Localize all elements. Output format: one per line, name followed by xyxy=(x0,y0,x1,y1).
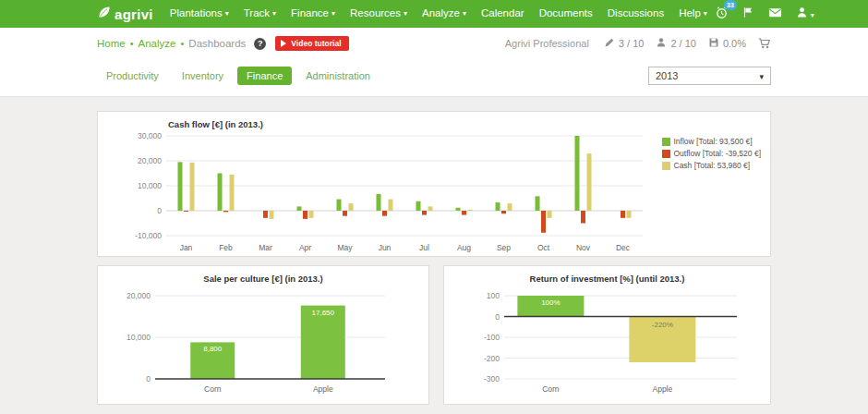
svg-text:0: 0 xyxy=(157,206,162,215)
messages-button[interactable] xyxy=(768,6,782,23)
outflow-swatch xyxy=(662,150,670,158)
main-menu: Plantations Track Finance Resources Anal… xyxy=(163,0,715,29)
svg-text:17,650: 17,650 xyxy=(312,309,335,317)
storage-usage: 0.0% xyxy=(708,37,746,50)
svg-text:0: 0 xyxy=(146,374,151,384)
svg-text:Jun: Jun xyxy=(379,243,392,252)
flags-button[interactable] xyxy=(742,6,754,22)
svg-text:10,000: 10,000 xyxy=(138,181,162,190)
tab-administration[interactable]: Administration xyxy=(296,67,380,85)
svg-text:10,000: 10,000 xyxy=(127,333,151,342)
roi-chart-title: Return of investment [%] (until 2013.) xyxy=(444,274,770,284)
cashflow-legend: Inflow [Total: 93,500 €] Outflow [Total:… xyxy=(662,137,762,173)
cashflow-panel: Cash flow [€] (in 2013.) 30,00020,00010,… xyxy=(97,111,771,257)
nav-item-help[interactable]: Help xyxy=(671,0,715,29)
cash-swatch xyxy=(662,162,670,170)
caret-down-icon xyxy=(460,7,466,18)
breadcrumb-home[interactable]: Home xyxy=(97,38,126,49)
plan-label: Agrivi Professional xyxy=(505,38,589,49)
notification-badge: 33 xyxy=(724,0,737,10)
cart-icon[interactable] xyxy=(758,37,771,50)
svg-text:-10,000: -10,000 xyxy=(135,231,162,240)
svg-text:Corn: Corn xyxy=(542,384,560,394)
breadcrumb: Home • Analyze • Dashboards Video tutori… xyxy=(97,28,771,59)
video-tutorial-button[interactable]: Video tutorial xyxy=(275,36,348,51)
caret-down-icon xyxy=(808,6,814,22)
svg-text:Apr: Apr xyxy=(299,243,311,252)
envelope-icon xyxy=(768,6,782,23)
nav-item-discussions[interactable]: Discussions xyxy=(600,0,671,29)
dashboard-content: Cash flow [€] (in 2013.) 30,00020,00010,… xyxy=(97,97,771,405)
svg-text:8,800: 8,800 xyxy=(203,345,223,353)
fields-usage: 3 / 10 xyxy=(604,37,645,50)
nav-item-track[interactable]: Track xyxy=(236,0,283,29)
svg-text:Apple: Apple xyxy=(652,384,672,394)
svg-text:Corn: Corn xyxy=(204,384,222,394)
tab-productivity[interactable]: Productivity xyxy=(97,67,168,85)
nav-item-finance[interactable]: Finance xyxy=(283,0,343,29)
svg-text:-300: -300 xyxy=(483,374,499,384)
svg-text:100: 100 xyxy=(486,291,499,300)
sale-per-culture-panel: Sale per culture [€] (in 2013.) 20,00010… xyxy=(97,265,429,405)
account-menu-button[interactable] xyxy=(796,6,814,22)
caret-down-icon xyxy=(270,7,276,18)
breadcrumb-separator: • xyxy=(130,38,134,49)
header-band: Home • Analyze • Dashboards Video tutori… xyxy=(0,28,868,97)
brand-name: agrivi xyxy=(115,6,153,22)
notifications-button[interactable]: 33 xyxy=(715,6,729,23)
svg-text:-220%: -220% xyxy=(651,321,672,329)
nav-item-calendar[interactable]: Calendar xyxy=(474,0,532,29)
tab-inventory[interactable]: Inventory xyxy=(173,67,233,85)
user-icon xyxy=(796,6,808,22)
legend-item-inflow[interactable]: Inflow [Total: 93,500 €] xyxy=(662,137,762,146)
svg-text:Nov: Nov xyxy=(576,243,591,252)
person-icon xyxy=(656,37,667,50)
svg-text:Feb: Feb xyxy=(219,243,233,252)
svg-text:Jul: Jul xyxy=(419,243,429,252)
nav-item-documents[interactable]: Documents xyxy=(532,0,600,29)
cashflow-chart: 30,00020,00010,0000-10,000JanFebMarAprMa… xyxy=(102,130,656,256)
svg-text:100%: 100% xyxy=(541,298,560,307)
breadcrumb-analyze[interactable]: Analyze xyxy=(139,38,176,49)
caret-down-icon xyxy=(223,7,229,18)
caret-down-icon xyxy=(759,70,764,81)
caret-down-icon xyxy=(329,7,335,18)
svg-text:-200: -200 xyxy=(483,354,499,363)
svg-text:Dec: Dec xyxy=(616,243,631,252)
cashflow-chart-title: Cash flow [€] (in 2013.) xyxy=(168,119,263,129)
caret-down-icon xyxy=(401,7,407,18)
svg-text:Apple: Apple xyxy=(313,384,333,394)
legend-item-cash[interactable]: Cash [Total: 53,980 €] xyxy=(662,161,762,170)
nav-item-analyze[interactable]: Analyze xyxy=(415,0,474,29)
flag-icon xyxy=(742,6,754,22)
svg-text:-100: -100 xyxy=(483,333,499,342)
roi-chart: 1000-100-200-300100%Corn-220%Apple xyxy=(451,288,765,397)
svg-text:May: May xyxy=(337,243,353,252)
leaf-icon xyxy=(97,5,112,23)
nav-item-resources[interactable]: Resources xyxy=(343,0,415,29)
caret-down-icon xyxy=(701,7,707,18)
svg-text:20,000: 20,000 xyxy=(138,156,162,165)
dashboard-tabs: Productivity Inventory Finance Administr… xyxy=(97,67,384,85)
play-icon xyxy=(281,40,286,47)
svg-text:Sep: Sep xyxy=(497,243,511,252)
svg-text:Jan: Jan xyxy=(180,243,193,252)
agrivi-logo[interactable]: agrivi xyxy=(97,5,153,23)
pencil-icon xyxy=(604,37,615,50)
svg-text:0: 0 xyxy=(495,312,500,322)
sale-chart-title: Sale per culture [€] (in 2013.) xyxy=(98,274,428,284)
svg-text:Aug: Aug xyxy=(457,243,471,252)
tab-finance[interactable]: Finance xyxy=(237,67,292,85)
roi-panel: Return of investment [%] (until 2013.) 1… xyxy=(443,265,771,405)
top-nav: agrivi Plantations Track Finance Resourc… xyxy=(0,0,868,28)
sale-per-culture-chart: 20,00010,00008,800Corn17,650Apple xyxy=(104,288,422,397)
year-select[interactable]: 2013 xyxy=(648,67,771,85)
svg-text:Oct: Oct xyxy=(537,243,550,252)
breadcrumb-separator: • xyxy=(180,38,184,49)
disk-icon xyxy=(708,37,719,50)
breadcrumb-current: Dashboards xyxy=(188,38,246,49)
svg-text:30,000: 30,000 xyxy=(138,131,162,140)
nav-item-plantations[interactable]: Plantations xyxy=(163,0,236,29)
help-icon[interactable] xyxy=(254,38,266,50)
legend-item-outflow[interactable]: Outflow [Total: -39,520 €] xyxy=(662,149,762,158)
